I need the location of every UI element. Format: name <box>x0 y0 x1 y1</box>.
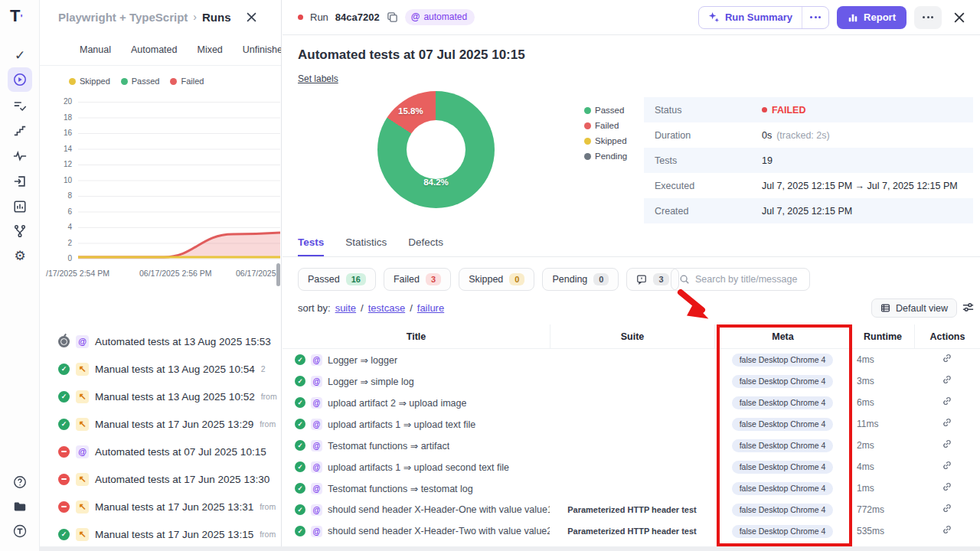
search-input[interactable] <box>695 274 802 285</box>
test-link-button[interactable] <box>942 417 952 431</box>
close-icon <box>247 12 256 22</box>
test-link-button[interactable] <box>942 503 952 517</box>
run-more-button[interactable] <box>914 6 942 29</box>
failed-dot-icon <box>298 15 303 20</box>
tab-mixed[interactable]: Mixed <box>197 44 222 55</box>
tab-unfinished[interactable]: Unfinished <box>243 44 281 55</box>
col-suite[interactable]: Suite <box>550 324 714 348</box>
test-row[interactable]: ✓@upload artifact 2 ⇒ upload image false… <box>283 392 980 413</box>
test-row[interactable]: ✓@should send header X-Header-Two with v… <box>283 520 980 542</box>
automated-badge[interactable]: @ automated <box>405 9 475 25</box>
tab-automated[interactable]: Automated <box>131 44 177 55</box>
automated-type-icon: @ <box>311 376 322 387</box>
sidebar-item-import[interactable] <box>8 169 32 194</box>
sidebar-item-branches[interactable] <box>8 219 32 243</box>
test-runtime: 535ms <box>851 526 914 536</box>
sort-by-suite[interactable]: suite <box>335 302 356 314</box>
run-list-item[interactable]: @ Automated tests at 07 Jul 2025 10:15 <box>40 438 282 465</box>
run-list-item[interactable]: @ Automated tests at 13 Aug 2025 15:53 <box>40 328 282 355</box>
col-runtime[interactable]: Runtime <box>851 324 914 348</box>
tests-table-header: Title Suite Meta Runtime Actions <box>283 324 980 349</box>
test-link-button[interactable] <box>942 460 952 474</box>
test-link-button[interactable] <box>942 524 952 538</box>
tab-tests[interactable]: Tests <box>298 232 324 256</box>
test-link-button[interactable] <box>942 374 952 388</box>
run-title: Automated tests at 07 Jul 2025 10:15 <box>95 446 266 458</box>
test-title: should send header X-Header-Two with val… <box>328 526 550 536</box>
view-list-icon <box>880 303 890 313</box>
automated-badge-icon: @ <box>411 11 420 22</box>
trend-plot-area <box>78 102 280 259</box>
sidebar-item-account[interactable] <box>8 519 32 543</box>
chip-skipped[interactable]: Skipped0 <box>459 268 534 291</box>
test-link-button[interactable] <box>942 481 952 495</box>
default-view-button[interactable]: Default view <box>871 298 957 318</box>
sidebar-item-help[interactable] <box>8 470 32 494</box>
copy-run-id-button[interactable] <box>387 11 398 23</box>
run-list-item[interactable]: ↖ Manual tests at 17 Jun 2025 13:31 from <box>40 493 282 520</box>
test-row[interactable]: ✓@Testomat functions ⇒ artifact false De… <box>283 435 980 456</box>
list-check-icon <box>13 99 27 113</box>
meta-pill: false Desktop Chrome 4 <box>732 482 834 495</box>
test-row[interactable]: ✓@Logger ⇒ logger false Desktop Chrome 4… <box>283 349 980 370</box>
runs-panel-close-button[interactable] <box>242 7 262 27</box>
link-icon <box>942 353 952 364</box>
run-list-item[interactable]: ↖ Automated tests at 17 Jun 2025 13:30 <box>40 465 282 493</box>
sidebar-item-settings[interactable]: ⚙ <box>8 243 32 268</box>
sidebar-item-milestones[interactable] <box>8 119 32 143</box>
sidebar-item-projects[interactable] <box>8 494 32 519</box>
sidebar-item-checks[interactable]: ✓ <box>8 43 32 67</box>
test-row[interactable]: ✓@upload artifacts 1 ⇒ upload second tex… <box>283 456 980 478</box>
test-link-button[interactable] <box>942 396 952 409</box>
link-icon <box>942 481 952 492</box>
tab-statistics[interactable]: Statistics <box>345 232 387 256</box>
run-title: Manual tests at 17 Jun 2025 13:29 <box>95 419 253 430</box>
sidebar-item-analytics[interactable] <box>8 194 32 219</box>
sort-by-testcase[interactable]: testcase <box>368 302 405 314</box>
app-logo: T' <box>10 6 23 26</box>
run-details-table: Status FAILED Duration 0s(tracked: 2s) T… <box>644 97 973 223</box>
col-meta[interactable]: Meta <box>714 324 851 348</box>
test-link-button[interactable] <box>942 353 952 367</box>
chip-pending[interactable]: Pending0 <box>542 268 619 291</box>
report-chart-icon <box>848 12 858 23</box>
view-settings-button[interactable] <box>962 301 975 317</box>
test-row[interactable]: ✓@should send header X-Header-One with v… <box>283 499 980 520</box>
run-list-item[interactable]: ✓ ↖ Manual tests at 17 Jun 2025 13:29 fr… <box>40 410 282 438</box>
sidebar-item-pulse[interactable] <box>8 144 32 168</box>
col-title[interactable]: Title <box>283 331 550 342</box>
chip-passed[interactable]: Passed16 <box>298 268 376 291</box>
manual-type-icon: ↖ <box>76 500 89 514</box>
tab-manual[interactable]: Manual <box>80 44 111 55</box>
chip-failed[interactable]: Failed3 <box>384 268 451 291</box>
left-panel-scrollbar[interactable] <box>276 263 280 286</box>
col-actions[interactable]: Actions <box>914 324 980 348</box>
test-row[interactable]: ✓@Testomat functions ⇒ testomat log fals… <box>283 478 980 499</box>
run-list-item[interactable]: ✓ ↖ Manual tests at 13 Aug 2025 10:52 fr… <box>40 383 282 410</box>
annotation-arrow <box>675 287 724 328</box>
automated-type-icon: @ <box>311 440 322 452</box>
run-close-button[interactable] <box>949 8 969 28</box>
breadcrumb-project[interactable]: Playwright + TypeScript <box>58 11 188 24</box>
sidebar-item-tasks[interactable] <box>8 94 32 119</box>
link-icon <box>942 439 952 449</box>
test-row[interactable]: ✓@upload artifacts 1 ⇒ upload text file … <box>283 413 980 435</box>
detail-label: Executed <box>655 181 762 191</box>
test-row[interactable]: ✓@Logger ⇒ simple log false Desktop Chro… <box>283 370 980 392</box>
run-summary-more-button[interactable] <box>802 7 828 28</box>
sort-by-failure[interactable]: failure <box>417 302 444 314</box>
skipped-dot-icon <box>69 78 76 85</box>
run-summary-button[interactable]: Run Summary <box>699 7 802 28</box>
failed-status-icon <box>58 446 70 458</box>
run-list-item[interactable]: ✓ ↖ Manual tests at 17 Jun 2025 13:15 fr… <box>40 520 282 548</box>
tab-defects[interactable]: Defects <box>408 232 443 256</box>
run-list-item[interactable]: ✓ ↖ Manual tests at 13 Aug 2025 10:54 2 <box>40 355 282 383</box>
test-link-button[interactable] <box>942 439 952 452</box>
automated-type-icon: @ <box>311 461 322 473</box>
sidebar-item-runs[interactable] <box>8 67 32 92</box>
report-button[interactable]: Report <box>837 6 906 29</box>
set-labels-link[interactable]: Set labels <box>298 73 338 84</box>
detail-row-status: Status FAILED <box>644 97 973 122</box>
test-suite: Parameterized HTTP header test <box>550 527 714 536</box>
passed-status-icon: ✓ <box>295 526 305 536</box>
